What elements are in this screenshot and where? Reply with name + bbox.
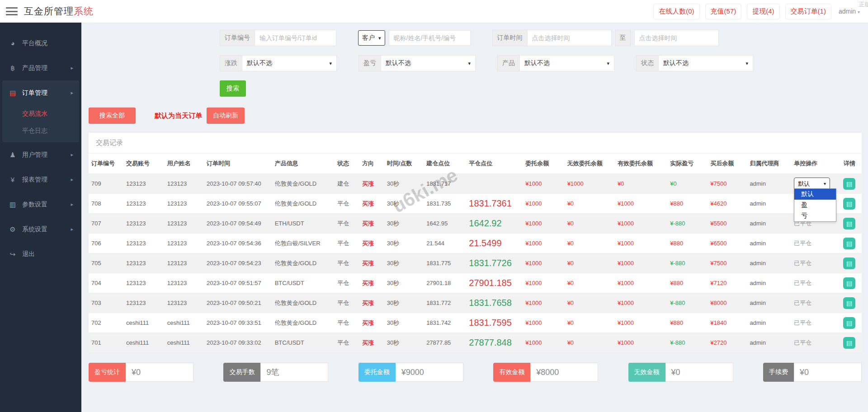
cell-after-balance: ¥7500 bbox=[708, 253, 747, 273]
params-icon: ▥ bbox=[8, 201, 17, 209]
sidebar-item-label: 平台概况 bbox=[22, 39, 47, 47]
sidebar-item-params[interactable]: ▥参数设置▸ bbox=[0, 192, 81, 217]
filter-selects-row: 涨跌默认不选▾盈亏默认不选▾产品默认不选▾状态默认不选▾ bbox=[220, 55, 862, 71]
filter-select[interactable]: 默认不选▾ bbox=[658, 55, 753, 71]
cell-status: 平仓 bbox=[335, 253, 359, 273]
trade-records-panel: 交易记录 订单编号交易账号用户姓名订单时间产品信息状态方向时间/点数建仓点位平仓… bbox=[89, 133, 862, 353]
sidebar-item-logout[interactable]: ↪退出 bbox=[0, 242, 81, 267]
dashboard-icon: ◕ bbox=[8, 39, 17, 47]
detail-button[interactable]: ▤ bbox=[843, 178, 855, 190]
cell-detail: ▤ bbox=[839, 313, 862, 333]
dropdown-option[interactable]: 默认 bbox=[794, 189, 836, 200]
filter-label: 涨跌 bbox=[220, 55, 242, 71]
customer-input[interactable] bbox=[389, 30, 471, 46]
sidebar-item-dashboard[interactable]: ◕平台概况 bbox=[0, 31, 81, 56]
order-icon: ▤ bbox=[8, 89, 17, 97]
summary-label: 委托金额 bbox=[359, 363, 396, 382]
cell-close-point: 27877.848 bbox=[466, 333, 523, 353]
cell-invalid-entrust: ¥0 bbox=[565, 293, 615, 313]
cell-username: 123123 bbox=[165, 253, 204, 273]
column-header: 时间/点数 bbox=[384, 154, 424, 174]
summary-label: 无效金额 bbox=[628, 363, 665, 382]
admin-dropdown[interactable]: admin ▾ bbox=[837, 5, 862, 18]
time-from-input[interactable] bbox=[527, 30, 612, 46]
search-all-button[interactable]: 搜索全部 bbox=[89, 108, 136, 124]
sidebar-item-report[interactable]: ¥报表管理▸ bbox=[0, 167, 81, 192]
sidebar-subitem[interactable]: 平仓日志 bbox=[2, 122, 79, 140]
hamburger-menu-icon[interactable] bbox=[6, 7, 18, 15]
cell-order-time: 2023-10-07 09:57:40 bbox=[204, 174, 272, 194]
cell-close-point: 27901.185 bbox=[466, 273, 523, 293]
chevron-right-icon: ▸ bbox=[71, 90, 73, 96]
cell-period: 30秒 bbox=[384, 293, 424, 313]
cell-order-id: 707 bbox=[89, 214, 123, 234]
cell-agent: admin bbox=[747, 174, 792, 194]
summary-label: 手续费 bbox=[763, 363, 794, 382]
detail-button[interactable]: ▤ bbox=[843, 218, 855, 229]
column-header: 实际盈亏 bbox=[667, 154, 708, 174]
cell-account: 123123 bbox=[123, 234, 165, 253]
detail-button[interactable]: ▤ bbox=[843, 297, 855, 309]
stat-badge[interactable]: 提现(4) bbox=[747, 4, 779, 19]
cell-close-point: 1642.92 bbox=[466, 214, 523, 234]
cell-status: 平仓 bbox=[335, 313, 359, 333]
filter-select-value: 默认不选 bbox=[247, 59, 272, 67]
filter-select[interactable]: 默认不选▾ bbox=[242, 55, 337, 71]
detail-button[interactable]: ▤ bbox=[843, 337, 855, 349]
cell-direction: 买涨 bbox=[359, 234, 384, 253]
cell-username: ceshi111 bbox=[165, 333, 204, 353]
control-status-text: 已平仓 bbox=[794, 300, 811, 306]
cell-order-time: 2023-10-07 09:55:07 bbox=[204, 194, 272, 214]
cell-order-id: 709 bbox=[89, 174, 123, 194]
detail-button[interactable]: ▤ bbox=[843, 238, 855, 249]
column-header: 无效委托余额 bbox=[565, 154, 615, 174]
stat-badge[interactable]: 充值(57) bbox=[705, 4, 742, 19]
sidebar-subitem[interactable]: 交易流水 bbox=[2, 105, 79, 122]
customer-type-select[interactable]: 客户▾ bbox=[358, 30, 385, 46]
header-stats: 在线人数(0)充值(57)提现(4)交易订单(1)admin ▾ bbox=[653, 0, 862, 23]
auto-refresh-button[interactable]: 自动刷新 bbox=[207, 108, 245, 124]
cell-entrust: ¥1000 bbox=[523, 253, 564, 273]
table-row: 7081231231231232023-10-07 09:55:07伦敦黄金/G… bbox=[89, 194, 862, 214]
cell-direction: 买涨 bbox=[359, 313, 384, 333]
sidebar-item-product[interactable]: ฿产品管理▸ bbox=[0, 56, 81, 80]
cell-after-balance: ¥2720 bbox=[708, 333, 747, 353]
filter-group: 涨跌默认不选▾ bbox=[220, 55, 337, 71]
cell-entrust: ¥1000 bbox=[523, 333, 564, 353]
cell-direction: 买涨 bbox=[359, 333, 384, 353]
column-header: 建仓点位 bbox=[424, 154, 466, 174]
detail-button[interactable]: ▤ bbox=[843, 198, 855, 210]
cell-close-point: 1831.7658 bbox=[466, 293, 523, 313]
time-to-input[interactable] bbox=[634, 30, 719, 46]
cell-entrust: ¥1000 bbox=[523, 194, 564, 214]
stat-badge[interactable]: 在线人数(0) bbox=[653, 4, 699, 19]
dropdown-option[interactable]: 亏 bbox=[794, 211, 836, 221]
chevron-right-icon: ▸ bbox=[71, 65, 73, 71]
cell-product: BTC/USDT bbox=[272, 333, 335, 353]
cell-direction: 买涨 bbox=[359, 273, 384, 293]
detail-button[interactable]: ▤ bbox=[843, 317, 855, 329]
filter-select[interactable]: 默认不选▾ bbox=[381, 55, 476, 71]
cell-agent: admin bbox=[747, 313, 792, 333]
sidebar-item-order[interactable]: ▤订单管理▸ bbox=[2, 80, 79, 105]
column-header: 有效委托余额 bbox=[615, 154, 667, 174]
control-status-text: 已平仓 bbox=[794, 339, 811, 346]
column-header: 归属代理商 bbox=[747, 154, 792, 174]
order-no-input[interactable] bbox=[255, 30, 336, 46]
cell-product: ETH/USDT bbox=[272, 214, 335, 234]
filter-select[interactable]: 默认不选▾ bbox=[519, 55, 614, 71]
cell-product: 伦敦白银/SILVER bbox=[272, 234, 335, 253]
chevron-down-icon: ▾ bbox=[858, 9, 860, 14]
search-button[interactable]: 搜索 bbox=[220, 80, 246, 97]
detail-button[interactable]: ▤ bbox=[843, 258, 855, 269]
dropdown-option[interactable]: 盈 bbox=[794, 200, 836, 211]
sidebar-item-user[interactable]: ♟用户管理▸ bbox=[0, 142, 81, 167]
detail-button[interactable]: ▤ bbox=[843, 277, 855, 289]
cell-product: BTC/USDT bbox=[272, 273, 335, 293]
stat-badge[interactable]: 交易订单(1) bbox=[785, 4, 831, 19]
sidebar-item-system[interactable]: ⚙系统设置▸ bbox=[0, 217, 81, 242]
column-header: 单控操作 bbox=[791, 154, 839, 174]
cell-open-point: 1642.95 bbox=[424, 214, 466, 234]
active-menu-group: ▤订单管理▸交易流水平仓日志 bbox=[2, 80, 79, 142]
app-title: 互金所管理系统 bbox=[24, 5, 94, 18]
